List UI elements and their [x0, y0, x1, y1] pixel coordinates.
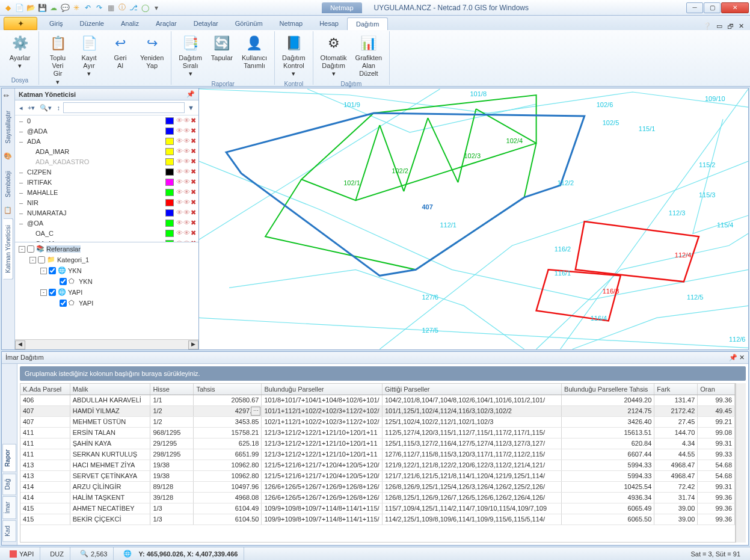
- pin-icon[interactable]: 📌: [186, 90, 195, 98]
- ribbon-min-icon[interactable]: ▭: [716, 22, 722, 30]
- table-row[interactable]: 415AHMET NECATİBEY1/36104.49109/9+109/8+…: [20, 503, 735, 514]
- table-row[interactable]: 415BEKİR ÇİÇEKCİ1/36104.50109/9+109/8+10…: [20, 514, 735, 525]
- layer-row[interactable]: –ADA👁👁✖: [15, 136, 198, 146]
- layer-row[interactable]: –@OA👁👁✖: [15, 218, 198, 228]
- layer-panel-hscroll[interactable]: ◀▶: [15, 339, 198, 349]
- qat-cloud-icon[interactable]: ☁: [49, 3, 58, 13]
- tree-node[interactable]: -🌐YKN: [16, 265, 197, 276]
- report-tab[interactable]: Rapor: [2, 444, 16, 472]
- ribbon-tab-analiz[interactable]: Analiz: [112, 17, 147, 30]
- qat-branch-icon[interactable]: ⎇: [129, 3, 138, 13]
- ribbon-btn[interactable]: 🔄Tapular: [208, 32, 236, 63]
- ribbon-btn[interactable]: ↩GeriAl: [106, 32, 134, 71]
- ribbon-tab-düzenle[interactable]: Düzenle: [72, 17, 112, 30]
- layer-list[interactable]: –0👁👁✖–@ADA👁👁✖–ADA👁👁✖ADA_IMAR👁👁✖ADA_KADAS…: [15, 115, 198, 242]
- qat-new-icon[interactable]: 📄: [14, 3, 24, 13]
- table-row[interactable]: 406ABDULLAH KARAVELİ1/120580.67101/8+101…: [20, 395, 735, 405]
- help-icon[interactable]: ❔: [703, 22, 712, 30]
- report-tab[interactable]: Dağ: [2, 473, 16, 495]
- column-header[interactable]: Bulunduğu Parseller: [262, 384, 382, 395]
- layer-row[interactable]: –0👁👁✖: [15, 115, 198, 126]
- lower-close-icon[interactable]: ✕: [739, 354, 745, 361]
- close-button[interactable]: ✕: [721, 2, 749, 13]
- column-header[interactable]: Hisse: [150, 384, 194, 395]
- ribbon-btn[interactable]: 👤KullanıcıTanımlı: [239, 32, 269, 71]
- ribbon-btn[interactable]: ⚙️Ayarlar▾: [6, 32, 34, 71]
- layer-row[interactable]: –@ADA👁👁✖: [15, 126, 198, 136]
- data-grid[interactable]: K.Ada ParselMalikHisseTahsisBulunduğu Pa…: [20, 383, 736, 543]
- table-row[interactable]: 414HALİM TAŞKENT39/1284968.08126/6+126/5…: [20, 492, 735, 503]
- layer-add-icon[interactable]: +▾: [26, 103, 37, 112]
- table-row[interactable]: 411ŞAHİN KAYA29/1295625.18121/3+121/2+12…: [20, 438, 735, 449]
- map-canvas[interactable]: 101/9101/8102/6102/5115/1109/10102/4102/…: [199, 88, 748, 349]
- column-header[interactable]: Oran: [698, 384, 735, 395]
- layer-search-input[interactable]: [63, 102, 185, 113]
- cell-ellipsis-button[interactable]: ⋯: [251, 407, 260, 416]
- column-header[interactable]: Fark: [654, 384, 698, 395]
- grid-vscroll[interactable]: [736, 383, 746, 543]
- lower-pin-icon[interactable]: 📌: [729, 354, 737, 361]
- qat-grid-icon[interactable]: ▦: [106, 3, 115, 13]
- ribbon-btn[interactable]: ⚙OtomatikDağıtım▾: [318, 32, 349, 79]
- qat-undo-icon[interactable]: ↶: [83, 3, 93, 13]
- application-button[interactable]: ✦: [4, 17, 37, 30]
- ribbon-tab-görünüm[interactable]: Görünüm: [227, 17, 271, 30]
- table-row[interactable]: 414ARZU ÇİLİNGİR89/12810497.96126/6+126/…: [20, 481, 735, 492]
- ribbon-btn[interactable]: 📘DağıtımKontrol▾: [280, 32, 308, 79]
- layer-row[interactable]: –NIR👁👁✖: [15, 197, 198, 208]
- tree-node[interactable]: -📚Referanslar: [16, 244, 197, 254]
- layer-row[interactable]: –CIZPEN👁👁✖: [15, 167, 198, 177]
- ribbon-tab-araçlar[interactable]: Araçlar: [147, 17, 185, 30]
- qat-sun-icon[interactable]: ✳: [72, 3, 81, 13]
- column-header[interactable]: Tahsis: [194, 384, 262, 395]
- layer-up-icon[interactable]: ↕: [55, 103, 62, 112]
- tree-node[interactable]: ⬠YAPI: [16, 298, 197, 309]
- qat-dropdown-icon[interactable]: ▾: [152, 3, 161, 13]
- qat-info-icon[interactable]: ⓘ: [117, 3, 127, 13]
- ribbon-btn[interactable]: ↪YenidenYap: [138, 32, 166, 71]
- ribbon-btn[interactable]: 📄KayıtAyır▾: [75, 32, 103, 79]
- reference-tree[interactable]: -📚Referanslar-📁Kategori_1-🌐YKN⬠YKN-🌐YAPI…: [15, 242, 198, 339]
- ribbon-tab-detaylar[interactable]: Detaylar: [185, 17, 227, 30]
- table-row[interactable]: 407MEHMET ÜSTÜN1/23453.85102/1+112/1+102…: [20, 416, 735, 427]
- qat-home-icon[interactable]: ◆: [3, 3, 13, 13]
- ribbon-close-icon[interactable]: ✕: [739, 22, 744, 30]
- layer-row[interactable]: –IRTIFAK👁👁✖: [15, 177, 198, 187]
- table-row[interactable]: 411ERSİN TALAN968/129515758.21121/3+121/…: [20, 427, 735, 438]
- ribbon-tab-hesap[interactable]: Hesap: [311, 17, 347, 30]
- report-tab[interactable]: Kad: [2, 520, 16, 542]
- column-header[interactable]: Bulunduğu Parsellere Tahsis: [562, 384, 654, 395]
- maximize-button[interactable]: ▢: [704, 2, 721, 13]
- ribbon-tab-giriş[interactable]: Giriş: [41, 17, 72, 30]
- report-tab[interactable]: İmar: [2, 496, 16, 519]
- side-tab[interactable]: Semboloji: [3, 164, 13, 204]
- qat-circle-icon[interactable]: ◯: [140, 3, 150, 13]
- table-row[interactable]: 407HAMDİ YILMAZ1/24297.17⋯101/1+112/1+10…: [20, 405, 735, 416]
- qat-redo-icon[interactable]: ↷: [94, 3, 104, 13]
- layer-row[interactable]: OA_C👁👁✖: [15, 228, 198, 238]
- qat-save-icon[interactable]: 💾: [37, 3, 47, 13]
- layer-row[interactable]: –MAHALLE👁👁✖: [15, 187, 198, 197]
- ribbon-btn[interactable]: 📋TopluVeriGir▾: [44, 32, 72, 87]
- ribbon-tab-dağıtım[interactable]: Dağıtım: [347, 17, 389, 30]
- column-header[interactable]: Malik: [70, 384, 150, 395]
- tree-node[interactable]: -📁Kategori_1: [16, 254, 197, 265]
- ribbon-btn[interactable]: 📑DağıtımSıralı▾: [176, 32, 204, 79]
- group-by-bar[interactable]: Gruplamak istediğiniz kolonun başlığını …: [20, 366, 746, 381]
- ribbon-tab-netmap[interactable]: Netmap: [271, 17, 312, 30]
- table-row[interactable]: 413SERVET ÇETİNKAYA19/3810962.80121/5+12…: [20, 470, 735, 481]
- column-header[interactable]: Gittiği Parseller: [382, 384, 561, 395]
- tree-node[interactable]: ⬠YKN: [16, 276, 197, 287]
- layer-row[interactable]: –NUMARATAJ👁👁✖: [15, 208, 198, 218]
- layer-row[interactable]: ADA_IMAR👁👁✖: [15, 146, 198, 156]
- table-row[interactable]: 413HACI MEHMET ZİYA19/3810962.80121/5+12…: [20, 460, 735, 470]
- side-tab[interactable]: Sayısallaştır: [3, 104, 13, 150]
- layer-row[interactable]: ADA_KADASTRO👁👁✖: [15, 156, 198, 167]
- ribbon-btn[interactable]: 📊GrafiktenAlanDüzelt: [353, 32, 385, 79]
- table-row[interactable]: 411SERKAN KURTULUŞ298/12956651.99121/3+1…: [20, 449, 735, 460]
- side-tab[interactable]: Katman Yöneticisi: [3, 218, 13, 280]
- tree-node[interactable]: -🌐YAPI: [16, 287, 197, 298]
- layer-collapse-icon[interactable]: ◂: [17, 103, 25, 112]
- column-header[interactable]: K.Ada Parsel: [20, 384, 70, 395]
- layer-search-icon[interactable]: 🔍▾: [38, 103, 54, 112]
